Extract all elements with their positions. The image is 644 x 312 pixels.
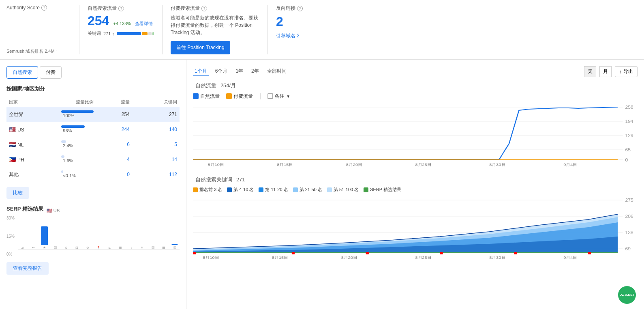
paid-traffic-info-icon[interactable]: ? [201, 6, 207, 11]
main-content: 自然搜索 付费 按国家/地区划分 国家 流量比例 流量 关键词 全世界 100%… [0, 60, 644, 309]
serp-bar-item: ☒ [170, 216, 180, 250]
traffic-bar-cell: 2.4% [59, 137, 96, 152]
legend-notes: 备注 ▼ [267, 93, 290, 100]
domain-rank: Semrush 域名排名 2.4M ↑ [6, 48, 71, 54]
keywords-value: 14 [132, 152, 180, 167]
bar-icon: ⊾ [108, 246, 111, 250]
keyword-row: 关键词 271 ↑ [88, 30, 154, 37]
tab-organic[interactable]: 自然搜索 [6, 66, 38, 79]
kw-legend-label: 第 4-10 名 [233, 187, 254, 193]
paid-traffic-title: 付费搜索流量 ? [171, 5, 259, 12]
serp-bar-item: 📍 [94, 216, 104, 250]
kw-legend-item: 排名前 3 名 [193, 187, 222, 193]
svg-text:8月10日: 8月10日 [208, 163, 224, 167]
serp-bar-item: ✕ [137, 216, 147, 250]
keywords-value: 140 [132, 122, 180, 137]
keywords-value: 271 [236, 176, 245, 183]
authority-score-title: Authority Score ? [6, 5, 71, 11]
kw-checkbox[interactable] [227, 187, 232, 192]
kw-checkbox[interactable] [364, 187, 368, 192]
day-button[interactable]: 天 [584, 66, 596, 77]
time-option[interactable]: 1个月 [193, 67, 209, 76]
legend-checkbox-notes[interactable] [267, 93, 273, 99]
organic-traffic-detail-link[interactable]: 查看详情 [135, 21, 153, 27]
col-keywords: 关键词 [132, 97, 180, 107]
ref-domains-link[interactable]: 引荐域名 2 [276, 33, 300, 39]
keyword-label: 关键词 [88, 30, 101, 37]
legend-notes-label: 备注 [275, 93, 285, 100]
export-icon: ↑ [619, 69, 622, 75]
kw-checkbox[interactable] [293, 187, 298, 192]
country-name: 全世界 [6, 107, 59, 122]
serp-bar-item: ⊡ [72, 216, 82, 250]
svg-text:275: 275 [625, 198, 633, 202]
svg-text:8月20日: 8月20日 [346, 163, 362, 167]
kw-legend-label: 排名前 3 名 [199, 187, 222, 193]
keywords-legend: 排名前 3 名第 4-10 名第 11-20 名第 21-50 名第 51-10… [193, 187, 638, 193]
country-name: 🇵🇭PH [6, 152, 59, 167]
kw-checkbox[interactable] [327, 187, 332, 192]
svg-rect-34 [588, 252, 591, 254]
compare-button[interactable]: 比较 [6, 187, 29, 199]
right-controls: 天 月 ↑ 导出 [584, 66, 638, 77]
kw-legend-label: 第 11-20 名 [265, 187, 288, 193]
legend-checkbox-paid[interactable] [226, 93, 232, 99]
svg-text:0: 0 [625, 158, 628, 162]
keywords-value: 271 [132, 107, 180, 122]
serp-y-labels: 30% 15% 0% [6, 216, 18, 256]
kw-legend-item: 第 21-50 名 [293, 187, 322, 193]
bar-icon: ☑ [54, 246, 57, 250]
legend-checkbox-organic[interactable] [193, 93, 199, 99]
organic-traffic-value: 254 [88, 14, 109, 27]
svg-text:9月4日: 9月4日 [563, 256, 577, 260]
svg-text:8月30日: 8月30日 [489, 256, 505, 260]
time-option[interactable]: 1年 [234, 67, 245, 76]
legend-organic: 自然流量 [193, 93, 220, 100]
serp-header: SERP 精选结果 🇺🇸 US [6, 205, 180, 216]
legend-paid-label: 付费流量 [233, 93, 253, 100]
svg-text:194: 194 [625, 119, 633, 124]
kw-legend-label: 第 21-50 名 [300, 187, 322, 193]
serp-bars: ⊿ ↩ ★ ☑ ⊙ ⊡ ⊙ 📍 ⊾ ▦ ↕ ✕ ☒ ▦ ☒ [18, 216, 180, 250]
traffic-value: 0 [96, 167, 132, 182]
kw-checkbox[interactable] [259, 187, 263, 192]
month-button[interactable]: 月 [599, 66, 612, 77]
bar-icon: ✕ [141, 246, 143, 250]
keywords-area-chart: 275 206 138 69 [193, 196, 638, 261]
bar-fill [41, 226, 48, 245]
kw-legend-label: 第 51-100 名 [334, 187, 359, 193]
watermark: DZ-X.NET [618, 286, 636, 304]
serp-bar-item: ↩ [29, 216, 39, 250]
bar-icon: ⊡ [75, 246, 78, 250]
legend-notes-chevron[interactable]: ▼ [286, 94, 290, 99]
tab-paid[interactable]: 付费 [40, 66, 62, 79]
position-tracking-button[interactable]: 前往 Position Tracking [171, 41, 230, 54]
svg-text:258: 258 [625, 105, 633, 110]
svg-text:9月4日: 9月4日 [563, 163, 577, 167]
traffic-bar-cell: 100% [59, 107, 96, 122]
time-option[interactable]: 2年 [250, 67, 261, 76]
time-option[interactable]: 全部时间 [265, 67, 288, 76]
bar-icon: ☒ [152, 246, 154, 250]
backlinks-info-icon[interactable]: ? [297, 6, 303, 11]
backlinks-title: 反向链接 ? [276, 5, 341, 12]
organic-traffic-label: 自然搜索流量 [88, 5, 117, 12]
authority-score-info-icon[interactable]: ? [41, 5, 47, 11]
bar-icon: ▦ [162, 246, 165, 250]
bar-icon: ↕ [131, 246, 132, 250]
country-name: 🇳🇱NL [6, 137, 59, 152]
time-option[interactable]: 6个月 [214, 67, 229, 76]
serp-bar-item: ↕ [126, 216, 136, 250]
organic-traffic-info-icon[interactable]: ? [118, 6, 124, 11]
kw-checkbox[interactable] [193, 187, 198, 192]
keyword-count: 271 ↑ [103, 31, 114, 36]
export-button[interactable]: ↑ 导出 [615, 66, 638, 77]
backlinks-section: 反向链接 ? 2 引荐域名 2 [268, 5, 349, 54]
svg-text:8月15日: 8月15日 [277, 163, 293, 167]
svg-text:129: 129 [625, 133, 633, 138]
legend-paid: 付费流量 [226, 93, 253, 100]
svg-text:8月15日: 8月15日 [272, 256, 288, 260]
bar-icon: ↩ [32, 246, 35, 250]
full-report-button[interactable]: 查看完整报告 [6, 262, 49, 275]
country-section-title: 按国家/地区划分 [6, 85, 180, 93]
